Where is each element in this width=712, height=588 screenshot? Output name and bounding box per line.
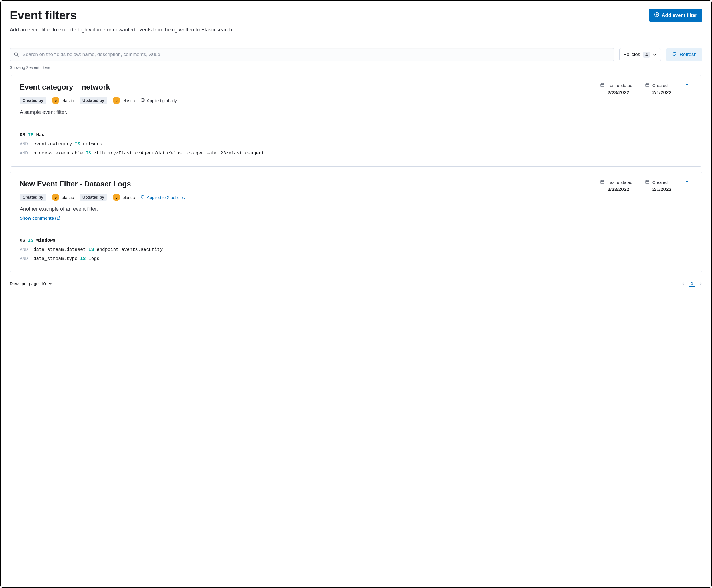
prev-page-button[interactable]: [682, 282, 685, 286]
condition-line: AND process.executable IS /Library/Elast…: [20, 149, 692, 158]
more-icon: [687, 181, 689, 182]
search-icon: [14, 52, 19, 57]
condition-line: OS IS Windows: [20, 236, 692, 245]
more-icon: [685, 181, 687, 182]
filter-description: Another example of an event filter.: [20, 206, 589, 212]
svg-point-3: [14, 52, 18, 56]
more-icon: [690, 84, 691, 85]
calendar-icon: [600, 83, 605, 88]
more-actions-button[interactable]: [684, 180, 692, 183]
policies-count-badge: 4: [643, 52, 650, 58]
event-filter-card: Event category = network Created by e el…: [10, 75, 702, 167]
created-by-user: elastic: [62, 98, 74, 103]
filter-conditions: OS IS Windows AND data_stream.dataset IS…: [10, 228, 702, 272]
filter-description: A sample event filter.: [20, 109, 589, 115]
applied-scope: Applied globally: [141, 98, 177, 103]
calendar-icon: [600, 180, 605, 185]
show-comments-link[interactable]: Show comments (1): [20, 216, 60, 220]
filter-conditions: OS IS Mac AND event.category IS network …: [10, 122, 702, 166]
next-page-button[interactable]: [699, 282, 702, 286]
event-filter-card: New Event Filter - Dataset Logs Created …: [10, 172, 702, 272]
svg-rect-8: [601, 84, 604, 87]
condition-line: AND data_stream.type IS logs: [20, 254, 692, 264]
chevron-down-icon: [653, 52, 657, 57]
add-event-filter-label: Add event filter: [662, 13, 697, 18]
search-input[interactable]: [10, 48, 614, 61]
avatar: e: [113, 194, 120, 201]
last-updated-label: Last updated: [608, 83, 632, 88]
rows-per-page-selector[interactable]: Rows per page: 10: [10, 281, 52, 286]
add-event-filter-button[interactable]: Add event filter: [649, 8, 702, 22]
created-by-tag: Created by: [20, 97, 46, 104]
refresh-label: Refresh: [679, 52, 696, 58]
last-updated-value: 2/23/2022: [600, 187, 632, 192]
policy-icon: [141, 195, 145, 200]
svg-rect-12: [646, 84, 649, 87]
page-title: Event filters: [10, 8, 77, 22]
svg-rect-20: [646, 181, 649, 184]
condition-line: OS IS Mac: [20, 130, 692, 140]
svg-line-4: [17, 56, 18, 57]
rows-per-page-label: Rows per page: 10: [10, 281, 46, 286]
more-icon: [690, 181, 691, 182]
svg-rect-16: [601, 181, 604, 184]
filter-title: Event category = network: [20, 83, 589, 91]
created-value: 2/1/2022: [645, 187, 671, 192]
applied-scope-text: Applied to 2 policies: [147, 195, 185, 200]
globe-icon: [141, 98, 145, 103]
refresh-button[interactable]: Refresh: [666, 48, 702, 61]
filter-title: New Event Filter - Dataset Logs: [20, 180, 589, 188]
created-label: Created: [652, 83, 668, 88]
chevron-down-icon: [48, 282, 52, 286]
refresh-icon: [672, 52, 676, 58]
created-label: Created: [652, 180, 668, 185]
plus-circle-icon: [654, 12, 659, 19]
updated-by-tag: Updated by: [80, 194, 107, 201]
pagination: 1: [682, 280, 702, 287]
calendar-icon: [645, 83, 650, 88]
created-by-user: elastic: [62, 195, 74, 200]
avatar: e: [113, 97, 120, 104]
page-description: Add an event filter to exclude high volu…: [10, 27, 702, 33]
divider: [10, 40, 702, 40]
avatar: e: [52, 97, 59, 104]
applied-scope-text: Applied globally: [147, 98, 177, 103]
last-updated-label: Last updated: [608, 180, 632, 185]
showing-count: Showing 2 event filters: [10, 65, 702, 70]
avatar: e: [52, 194, 59, 201]
created-by-tag: Created by: [20, 194, 46, 201]
more-icon: [685, 84, 687, 85]
created-value: 2/1/2022: [645, 90, 671, 96]
more-icon: [687, 84, 689, 85]
updated-by-user: elastic: [122, 195, 135, 200]
last-updated-value: 2/23/2022: [600, 90, 632, 96]
updated-by-user: elastic: [122, 98, 135, 103]
policies-filter-button[interactable]: Policies 4: [619, 48, 662, 61]
current-page[interactable]: 1: [689, 280, 695, 287]
applied-scope-link[interactable]: Applied to 2 policies: [141, 195, 185, 200]
policies-filter-label: Policies: [624, 52, 640, 58]
calendar-icon: [645, 180, 650, 185]
more-actions-button[interactable]: [684, 83, 692, 86]
condition-line: AND event.category IS network: [20, 140, 692, 149]
condition-line: AND data_stream.dataset IS endpoint.even…: [20, 245, 692, 254]
updated-by-tag: Updated by: [80, 97, 107, 104]
